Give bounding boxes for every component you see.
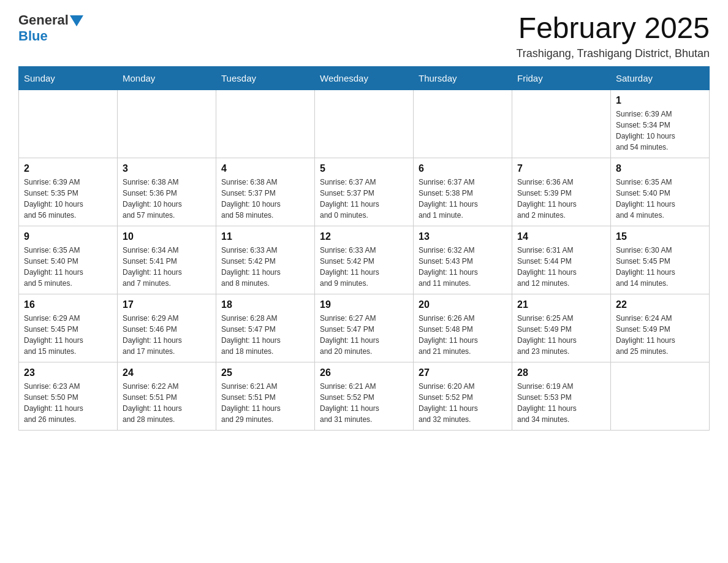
calendar-cell: 17Sunrise: 6:29 AM Sunset: 5:46 PM Dayli… <box>118 294 216 362</box>
day-info: Sunrise: 6:33 AM Sunset: 5:42 PM Dayligh… <box>221 246 281 288</box>
day-number: 23 <box>24 367 112 378</box>
day-number: 25 <box>221 367 309 378</box>
day-number: 17 <box>123 299 211 310</box>
calendar-cell: 1Sunrise: 6:39 AM Sunset: 5:34 PM Daylig… <box>611 90 710 158</box>
logo-general: General <box>18 12 69 28</box>
day-info: Sunrise: 6:39 AM Sunset: 5:35 PM Dayligh… <box>24 178 83 220</box>
weekday-header-tuesday: Tuesday <box>216 66 315 90</box>
calendar-cell <box>611 362 710 430</box>
calendar-cell <box>216 90 315 158</box>
day-info: Sunrise: 6:38 AM Sunset: 5:37 PM Dayligh… <box>221 178 281 220</box>
calendar-cell: 15Sunrise: 6:30 AM Sunset: 5:45 PM Dayli… <box>611 226 710 294</box>
day-number: 14 <box>517 231 605 242</box>
calendar-cell: 26Sunrise: 6:21 AM Sunset: 5:52 PM Dayli… <box>315 362 414 430</box>
day-number: 26 <box>320 367 408 378</box>
logo: General Blue <box>18 12 83 44</box>
day-number: 21 <box>517 299 605 310</box>
day-info: Sunrise: 6:28 AM Sunset: 5:47 PM Dayligh… <box>221 314 281 356</box>
day-number: 18 <box>221 299 309 310</box>
day-number: 27 <box>419 367 507 378</box>
calendar-cell: 20Sunrise: 6:26 AM Sunset: 5:48 PM Dayli… <box>414 294 512 362</box>
day-info: Sunrise: 6:21 AM Sunset: 5:52 PM Dayligh… <box>320 382 379 424</box>
day-number: 22 <box>616 299 704 310</box>
calendar-cell: 16Sunrise: 6:29 AM Sunset: 5:45 PM Dayli… <box>19 294 118 362</box>
calendar-cell: 14Sunrise: 6:31 AM Sunset: 5:44 PM Dayli… <box>512 226 611 294</box>
calendar-week-row: 23Sunrise: 6:23 AM Sunset: 5:50 PM Dayli… <box>19 362 710 430</box>
title-section: February 2025 Trashigang, Trashigang Dis… <box>517 12 710 60</box>
day-info: Sunrise: 6:26 AM Sunset: 5:48 PM Dayligh… <box>419 314 478 356</box>
day-info: Sunrise: 6:39 AM Sunset: 5:34 PM Dayligh… <box>616 110 675 151</box>
day-number: 4 <box>221 163 309 174</box>
day-info: Sunrise: 6:29 AM Sunset: 5:45 PM Dayligh… <box>24 314 83 356</box>
day-info: Sunrise: 6:19 AM Sunset: 5:53 PM Dayligh… <box>517 382 577 424</box>
calendar-week-row: 1Sunrise: 6:39 AM Sunset: 5:34 PM Daylig… <box>19 90 710 158</box>
day-number: 15 <box>616 231 704 242</box>
day-info: Sunrise: 6:27 AM Sunset: 5:47 PM Dayligh… <box>320 314 379 356</box>
calendar-cell: 19Sunrise: 6:27 AM Sunset: 5:47 PM Dayli… <box>315 294 414 362</box>
day-info: Sunrise: 6:21 AM Sunset: 5:51 PM Dayligh… <box>221 382 281 424</box>
calendar-cell: 4Sunrise: 6:38 AM Sunset: 5:37 PM Daylig… <box>216 158 315 226</box>
calendar-cell: 25Sunrise: 6:21 AM Sunset: 5:51 PM Dayli… <box>216 362 315 430</box>
day-number: 1 <box>616 95 704 106</box>
calendar-cell <box>315 90 414 158</box>
day-info: Sunrise: 6:38 AM Sunset: 5:36 PM Dayligh… <box>123 178 182 220</box>
calendar-cell: 9Sunrise: 6:35 AM Sunset: 5:40 PM Daylig… <box>19 226 118 294</box>
day-info: Sunrise: 6:35 AM Sunset: 5:40 PM Dayligh… <box>24 246 83 288</box>
day-number: 16 <box>24 299 112 310</box>
weekday-header-row: SundayMondayTuesdayWednesdayThursdayFrid… <box>19 66 710 90</box>
weekday-header-monday: Monday <box>118 66 216 90</box>
day-number: 11 <box>221 231 309 242</box>
weekday-header-thursday: Thursday <box>414 66 512 90</box>
day-info: Sunrise: 6:37 AM Sunset: 5:37 PM Dayligh… <box>320 178 379 220</box>
day-info: Sunrise: 6:35 AM Sunset: 5:40 PM Dayligh… <box>616 178 675 220</box>
calendar-header: SundayMondayTuesdayWednesdayThursdayFrid… <box>19 66 710 90</box>
day-info: Sunrise: 6:29 AM Sunset: 5:46 PM Dayligh… <box>123 314 182 356</box>
day-info: Sunrise: 6:37 AM Sunset: 5:38 PM Dayligh… <box>419 178 478 220</box>
calendar-cell: 6Sunrise: 6:37 AM Sunset: 5:38 PM Daylig… <box>414 158 512 226</box>
calendar-table: SundayMondayTuesdayWednesdayThursdayFrid… <box>18 66 710 431</box>
day-number: 9 <box>24 231 112 242</box>
calendar-cell <box>19 90 118 158</box>
logo-arrow-icon <box>70 15 83 26</box>
day-info: Sunrise: 6:30 AM Sunset: 5:45 PM Dayligh… <box>616 246 675 288</box>
calendar-cell: 2Sunrise: 6:39 AM Sunset: 5:35 PM Daylig… <box>19 158 118 226</box>
day-info: Sunrise: 6:20 AM Sunset: 5:52 PM Dayligh… <box>419 382 478 424</box>
calendar-cell <box>512 90 611 158</box>
day-info: Sunrise: 6:32 AM Sunset: 5:43 PM Dayligh… <box>419 246 478 288</box>
page-header: General Blue February 2025 Trashigang, T… <box>18 12 710 60</box>
calendar-cell: 23Sunrise: 6:23 AM Sunset: 5:50 PM Dayli… <box>19 362 118 430</box>
day-number: 19 <box>320 299 408 310</box>
month-title: February 2025 <box>517 12 710 45</box>
day-number: 5 <box>320 163 408 174</box>
calendar-cell <box>414 90 512 158</box>
calendar-cell: 5Sunrise: 6:37 AM Sunset: 5:37 PM Daylig… <box>315 158 414 226</box>
svg-marker-0 <box>70 15 83 26</box>
location-title: Trashigang, Trashigang District, Bhutan <box>517 47 710 60</box>
day-number: 7 <box>517 163 605 174</box>
weekday-header-saturday: Saturday <box>611 66 710 90</box>
weekday-header-sunday: Sunday <box>19 66 118 90</box>
weekday-header-wednesday: Wednesday <box>315 66 414 90</box>
calendar-cell: 18Sunrise: 6:28 AM Sunset: 5:47 PM Dayli… <box>216 294 315 362</box>
calendar-week-row: 16Sunrise: 6:29 AM Sunset: 5:45 PM Dayli… <box>19 294 710 362</box>
day-info: Sunrise: 6:33 AM Sunset: 5:42 PM Dayligh… <box>320 246 379 288</box>
calendar-cell: 11Sunrise: 6:33 AM Sunset: 5:42 PM Dayli… <box>216 226 315 294</box>
calendar-week-row: 9Sunrise: 6:35 AM Sunset: 5:40 PM Daylig… <box>19 226 710 294</box>
day-number: 28 <box>517 367 605 378</box>
weekday-header-friday: Friday <box>512 66 611 90</box>
day-info: Sunrise: 6:24 AM Sunset: 5:49 PM Dayligh… <box>616 314 675 356</box>
calendar-body: 1Sunrise: 6:39 AM Sunset: 5:34 PM Daylig… <box>19 90 710 430</box>
day-info: Sunrise: 6:31 AM Sunset: 5:44 PM Dayligh… <box>517 246 577 288</box>
day-info: Sunrise: 6:36 AM Sunset: 5:39 PM Dayligh… <box>517 178 577 220</box>
calendar-cell: 8Sunrise: 6:35 AM Sunset: 5:40 PM Daylig… <box>611 158 710 226</box>
calendar-cell: 3Sunrise: 6:38 AM Sunset: 5:36 PM Daylig… <box>118 158 216 226</box>
day-number: 10 <box>123 231 211 242</box>
day-number: 8 <box>616 163 704 174</box>
day-info: Sunrise: 6:22 AM Sunset: 5:51 PM Dayligh… <box>123 382 182 424</box>
day-number: 20 <box>419 299 507 310</box>
calendar-cell: 12Sunrise: 6:33 AM Sunset: 5:42 PM Dayli… <box>315 226 414 294</box>
day-number: 6 <box>419 163 507 174</box>
calendar-cell: 21Sunrise: 6:25 AM Sunset: 5:49 PM Dayli… <box>512 294 611 362</box>
logo-blue: Blue <box>18 28 48 44</box>
day-number: 12 <box>320 231 408 242</box>
